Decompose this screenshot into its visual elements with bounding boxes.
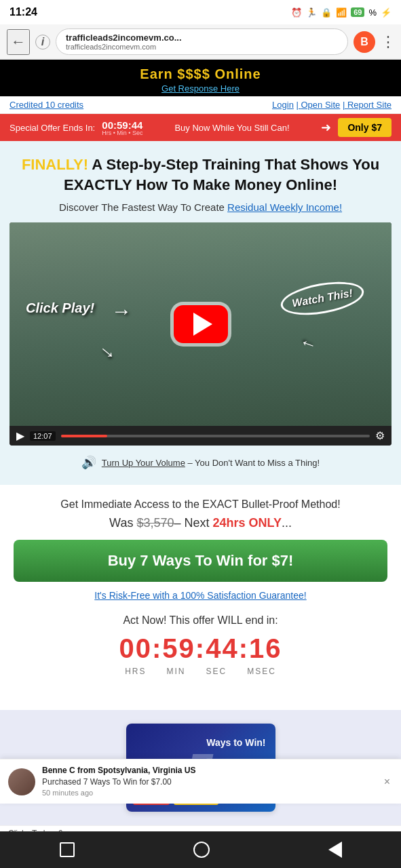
countdown-big: 00:59:44:16 [14, 633, 387, 664]
next-label: – Next [174, 516, 212, 530]
only-price-button[interactable]: Only $7 [338, 118, 392, 137]
ways-text: Ways to Win! [206, 737, 265, 749]
square-icon [60, 842, 75, 857]
progress-bar[interactable] [61, 435, 370, 437]
brave-letter: B [360, 36, 368, 48]
progress-fill [61, 435, 107, 437]
offer-timer-group: 00:59:44 Hrs • Min • Sec [102, 119, 142, 136]
buy-now-text: Buy Now While You Still Can! [150, 123, 315, 133]
square-button[interactable] [60, 842, 75, 857]
volume-icon: 🔊 [81, 455, 96, 470]
access-text: Get Immediate Access to the EXACT Bullet… [14, 498, 387, 511]
subheadline-link[interactable]: Residual Weekly Income! [227, 201, 342, 213]
browser-bar: ← i trafficleads2incomevm.co... trafficl… [0, 24, 401, 60]
back-icon [328, 842, 342, 858]
alarm-icon: ⏰ [291, 7, 302, 18]
notif-name: Benne C from Spotsylvania, Virginia US [42, 765, 375, 776]
url-full: trafficleads2incomevm.com [66, 43, 338, 51]
next-suffix: ... [282, 516, 292, 530]
status-icons: ⏰ 🏃 🔒 📶 69% ⚡ [291, 7, 392, 18]
label-hrs: HRS [125, 667, 146, 676]
volume-text: Turn Up Your Volume – You Don't Want to … [102, 458, 320, 468]
offer-label: Special Offer Ends In: [9, 123, 95, 133]
battery-level: 69 [351, 7, 364, 17]
status-time: 11:24 [9, 6, 37, 18]
open-site-link[interactable]: Open Site [301, 100, 341, 110]
info-button[interactable]: i [35, 35, 50, 50]
report-site-link[interactable]: Report Site [347, 100, 392, 110]
finally-text: FINALLY! [22, 156, 88, 173]
notification-close-button[interactable]: × [381, 773, 393, 791]
was-label: Was [109, 516, 136, 530]
price-was: Was $3,570– Next 24hrs ONLY... [14, 516, 387, 530]
notif-time: 50 minutes ago [42, 788, 375, 798]
ad-banner: Earn $$$$ Online Get Response Here [0, 60, 401, 96]
act-now-text: Act Now! This offer WILL end in: [14, 614, 387, 627]
home-button[interactable] [193, 842, 210, 858]
back-nav-button[interactable] [328, 842, 342, 858]
separator2: | [343, 100, 347, 110]
separator1: | [297, 100, 301, 110]
subheadline: Discover The Fastest Way To Create Resid… [9, 201, 392, 213]
headline-rest: A Step-by-Step Training That Shows You E… [64, 156, 379, 193]
guarantee-link[interactable]: It's Risk-Free with a 100% Satisfaction … [14, 590, 387, 601]
arrow-icon: ➜ [321, 120, 331, 135]
ad-title: Earn $$$$ Online [14, 66, 387, 82]
volume-suffix: – You Don't Want to Miss a Thing! [185, 458, 320, 468]
credited-link[interactable]: Credited 10 credits [9, 100, 83, 110]
next-time: 24hrs ONLY [213, 516, 282, 530]
ad-sub-link[interactable]: Get Response Here [14, 83, 387, 94]
brave-browser-icon[interactable]: B [354, 31, 375, 53]
countdown-labels: HRS MIN SEC MSEC [14, 667, 387, 676]
signal-icon: 📶 [336, 7, 347, 18]
credits-links-right: Login | Open Site | Report Site [272, 100, 392, 110]
video-thumbnail[interactable]: Click Play! Watch This! → → → [9, 222, 392, 426]
settings-icon[interactable]: ⚙ [375, 429, 385, 442]
click-play-text: Click Play! [26, 300, 94, 316]
notification-text: Benne C from Spotsylvania, Virginia US P… [42, 765, 375, 798]
main-content: FINALLY! A Step-by-Step Training That Sh… [0, 141, 401, 485]
sales-section: Get Immediate Access to the EXACT Bullet… [0, 485, 401, 710]
notification-avatar [8, 768, 35, 795]
label-sec: SEC [206, 667, 227, 676]
play-button-small[interactable]: ▶ [16, 429, 24, 442]
turn-up-volume-link[interactable]: Turn Up Your Volume [102, 458, 185, 468]
subheadline-text: Discover The Fastest Way To Create [59, 201, 227, 213]
volume-note: 🔊 Turn Up Your Volume – You Don't Want t… [9, 451, 392, 478]
was-price: $3,570 [136, 516, 174, 530]
video-time: 12:07 [30, 431, 56, 441]
back-button[interactable]: ← [7, 29, 30, 55]
credits-bar: Credited 10 credits Login | Open Site | … [0, 96, 401, 114]
activity-icon: 🏃 [306, 7, 317, 18]
youtube-play-button[interactable] [174, 305, 228, 343]
label-msec: MSEC [247, 667, 276, 676]
offer-timer-labels: Hrs • Min • Sec [102, 130, 142, 136]
label-min: MIN [166, 667, 185, 676]
offer-bar: Special Offer Ends In: 00:59:44 Hrs • Mi… [0, 114, 401, 141]
url-display: trafficleads2incomevm.co... [66, 33, 182, 43]
notif-action: Purchased 7 Ways To Win for $7.00 [42, 776, 375, 788]
buy-button[interactable]: Buy 7 Ways To Win for $7! [14, 540, 387, 582]
lock-icon: 🔒 [321, 7, 332, 18]
video-controls: ▶ 12:07 ⚙ [9, 426, 392, 446]
more-options-button[interactable]: ⋮ [381, 33, 394, 51]
bottom-nav [0, 831, 401, 868]
home-icon [193, 842, 210, 858]
headline: FINALLY! A Step-by-Step Training That Sh… [9, 155, 392, 195]
notification-popup: Benne C from Spotsylvania, Virginia US P… [0, 759, 401, 804]
video-container: Click Play! Watch This! → → → ▶ 12:07 ⚙ [9, 222, 392, 446]
status-bar: 11:24 ⏰ 🏃 🔒 📶 69% ⚡ [0, 0, 401, 24]
url-bar[interactable]: trafficleads2incomevm.co... trafficleads… [56, 28, 348, 55]
charging-icon: ⚡ [381, 7, 392, 18]
login-link[interactable]: Login [272, 100, 294, 110]
